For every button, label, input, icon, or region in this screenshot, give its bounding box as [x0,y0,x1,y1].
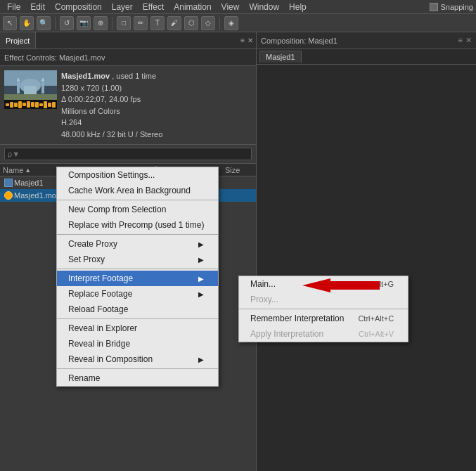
ctx-replace-precomp[interactable]: Replace with Precomp (used 1 time) [57,217,218,233]
ctx-sub-apply[interactable]: Apply Interpretation Ctrl+Alt+V [239,326,408,342]
panel-close-btn[interactable]: ✕ [247,37,253,44]
ctx-sep-2 [57,234,218,235]
wave-bar [27,101,30,108]
toolbar-sep-1 [55,17,56,30]
shortcut-remember: Ctrl+Alt+C [358,314,394,323]
tool-pan[interactable]: ⊕ [94,16,108,30]
menu-animation[interactable]: Animation [169,1,215,13]
wave-bar [35,102,39,108]
toolbar-sep-3 [219,17,220,30]
svg-rect-4 [24,86,37,94]
snapping-label: Snapping [441,3,474,11]
wave-bar [48,103,51,107]
ctx-interpret-footage[interactable]: Interpret Footage ▶ [57,271,218,286]
ctx-set-proxy[interactable]: Set Proxy ▶ [57,252,218,267]
tool-puppet[interactable]: ◈ [224,16,238,30]
ctx-reveal-comp[interactable]: Reveal in Composition ▶ [57,351,218,367]
tool-pen[interactable]: ✏ [134,16,148,30]
tool-brush[interactable]: 🖌 [167,16,181,30]
toolbar-sep-2 [112,17,112,30]
tool-camera[interactable]: 📷 [77,16,91,30]
thumbnail [4,70,57,109]
ctx-sub-proxy[interactable]: Proxy... [239,292,408,307]
context-submenu-interpret: Main... Ctrl+Alt+G Proxy... Remember Int… [238,276,409,342]
wave-bar [39,103,43,106]
comp-tab-bar: Masjed1 [257,49,476,65]
menu-layer[interactable]: Layer [108,1,137,13]
thumb-image [4,70,57,100]
tab-project[interactable]: Project [0,32,36,49]
search-bar [0,145,256,164]
ctx-sub-sep [239,309,408,309]
menu-view[interactable]: View [217,1,244,13]
tool-eraser[interactable]: ◇ [201,16,215,30]
file-icon-comp [3,177,14,188]
tool-mask[interactable]: □ [117,16,131,30]
menu-edit[interactable]: Edit [26,1,49,13]
tool-zoom[interactable]: 🔍 [37,16,51,30]
ctx-replace-footage[interactable]: Replace Footage ▶ [57,286,218,302]
ctx-sub-main[interactable]: Main... Ctrl+Alt+G [239,276,408,292]
ctx-cache-work-area[interactable]: Cache Work Area in Background [57,183,218,198]
panel-tab-controls: ≡ ✕ [240,37,256,44]
menu-file[interactable]: File [3,1,25,13]
file-codec: H.264 [61,117,252,129]
wave-bar [22,103,26,106]
wave-bar [44,101,47,108]
ctx-sub-remember[interactable]: Remember Interpretation Ctrl+Alt+C [239,311,408,326]
comp-panel-menu[interactable]: ≡ [458,36,463,45]
search-input[interactable] [4,148,252,160]
tool-select[interactable]: ↖ [3,16,17,30]
ctx-reveal-explorer[interactable]: Reveal in Explorer [57,321,218,336]
ctx-rename[interactable]: Rename [57,370,218,386]
thumb-svg [4,70,57,100]
ctx-reveal-bridge[interactable]: Reveal in Bridge [57,336,218,351]
context-menu-main: Composition Settings... Cache Work Area … [56,167,219,387]
effect-controls-label: Effect Controls: Masjed1.mov [4,53,105,62]
file-info-area: Masjed1.mov , used 1 time 1280 x 720 (1.… [0,66,256,145]
toolbar: ↖ ✋ 🔍 ↺ 📷 ⊕ □ ✏ T 🖌 ⬡ ◇ ◈ [0,14,476,32]
wave-bar [52,102,56,108]
mov-icon [4,191,13,200]
menubar: File Edit Composition Layer Effect Anima… [0,0,476,14]
snapping-area: Snapping [430,3,474,11]
file-name-label: Masjed1.mov , used 1 time [61,70,252,82]
right-panel: Composition: Masjed1 ≡ ✕ Masjed1 [257,32,476,471]
tool-rotate[interactable]: ↺ [60,16,74,30]
ctx-reload-footage[interactable]: Reload Footage [57,302,218,317]
comp-panel-close[interactable]: ✕ [465,36,472,45]
snapping-checkbox[interactable] [430,3,438,11]
submenu-arrow-reveal-comp: ▶ [198,356,204,363]
panel-menu-btn[interactable]: ≡ [240,37,245,44]
shortcut-apply: Ctrl+Alt+V [359,330,394,338]
sort-arrow: ▲ [25,167,31,174]
shortcut-main: Ctrl+Alt+G [358,280,394,288]
file-duration: Δ 0:00:22;07, 24.00 fps [61,93,252,105]
ctx-sep-1 [57,200,218,200]
ctx-new-comp[interactable]: New Comp from Selection [57,202,218,217]
tool-text[interactable]: T [150,16,165,30]
ctx-composition-settings[interactable]: Composition Settings... [57,167,218,183]
svg-rect-6 [41,81,44,93]
svg-rect-9 [4,94,57,100]
file-audio: 48.000 kHz / 32 bit U / Stereo [61,129,252,141]
file-colors: Millions of Colors [61,105,252,117]
tool-hand[interactable]: ✋ [20,16,34,30]
ctx-sep-3 [57,269,218,269]
menu-window[interactable]: Window [245,1,283,13]
ctx-create-proxy[interactable]: Create Proxy ▶ [57,236,218,252]
wave-bar [14,103,18,107]
file-resolution: 1280 x 720 (1.00) [61,82,252,94]
menu-effect[interactable]: Effect [139,1,168,13]
thumb-audio [4,100,57,109]
menu-composition[interactable]: Composition [51,1,106,13]
audio-wave [4,101,57,108]
wave-bar [6,103,9,106]
file-details: Masjed1.mov , used 1 time 1280 x 720 (1.… [61,70,252,140]
wave-bar [18,101,22,108]
file-icon-mov [3,190,14,201]
comp-tab-masjed1[interactable]: Masjed1 [259,51,302,63]
tool-stamp[interactable]: ⬡ [184,16,198,30]
ctx-sep-4 [57,318,218,319]
menu-help[interactable]: Help [285,1,311,13]
